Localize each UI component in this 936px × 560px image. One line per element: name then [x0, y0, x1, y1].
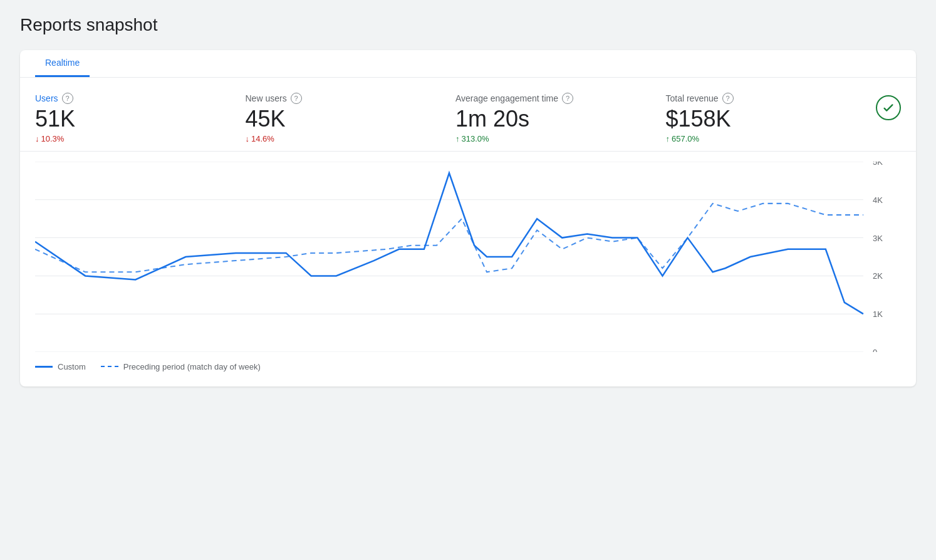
- legend-row: Custom Preceding period (match day of we…: [20, 352, 916, 371]
- metric-users-change: ↓ 10.3%: [35, 134, 226, 143]
- metric-avg-engagement: Average engagement time ? 1m 20s ↑ 313.0…: [455, 93, 666, 143]
- metric-avg-engagement-label: Average engagement time: [455, 93, 558, 103]
- legend-custom-label: Custom: [58, 362, 86, 371]
- chart-area: 5K 4K 3K 2K 1K 0 05 May 12 19 26: [20, 152, 916, 352]
- metric-new-users-info-icon[interactable]: ?: [291, 93, 302, 104]
- metric-total-revenue: Total revenue ? $158K ↑ 657.0%: [666, 93, 876, 143]
- down-arrow-icon: ↓: [35, 134, 39, 143]
- metric-new-users-change: ↓ 14.6%: [246, 134, 436, 143]
- check-icon[interactable]: [876, 95, 901, 120]
- metric-avg-engagement-change: ↑ 313.0%: [455, 134, 646, 143]
- solid-line: [35, 173, 863, 314]
- metric-new-users-value: 45K: [246, 106, 436, 132]
- metric-total-revenue-info-icon[interactable]: ?: [722, 93, 734, 104]
- metric-total-revenue-value: $158K: [666, 106, 856, 132]
- metric-avg-engagement-info-icon[interactable]: ?: [562, 93, 573, 104]
- svg-text:4K: 4K: [873, 195, 883, 204]
- page-title: Reports snapshot: [20, 15, 916, 35]
- legend-preceding-label: Preceding period (match day of week): [123, 362, 261, 371]
- metric-users-label: Users: [35, 93, 58, 103]
- tab-realtime[interactable]: Realtime: [35, 50, 90, 77]
- metric-total-revenue-label: Total revenue: [666, 93, 719, 103]
- legend-custom: Custom: [35, 362, 86, 371]
- svg-text:3K: 3K: [873, 233, 883, 242]
- metrics-row: Users ? 51K ↓ 10.3% New users ? 45K ↓ 14…: [20, 78, 916, 152]
- up-arrow-icon: ↑: [455, 134, 460, 143]
- svg-text:0: 0: [873, 348, 877, 352]
- svg-text:5K: 5K: [873, 162, 883, 167]
- metric-users: Users ? 51K ↓ 10.3%: [35, 93, 246, 143]
- metric-users-value: 51K: [35, 106, 226, 132]
- reports-card: Realtime Users ? 51K ↓ 10.3% New users ?…: [20, 50, 916, 386]
- down-arrow-icon: ↓: [246, 134, 250, 143]
- legend-preceding: Preceding period (match day of week): [101, 362, 261, 371]
- up-arrow-icon: ↑: [666, 134, 670, 143]
- metric-users-info-icon[interactable]: ?: [62, 93, 73, 104]
- legend-dashed-line: [101, 366, 118, 367]
- metric-new-users: New users ? 45K ↓ 14.6%: [246, 93, 456, 143]
- metric-new-users-label: New users: [246, 93, 287, 103]
- svg-text:2K: 2K: [873, 271, 883, 281]
- metric-avg-engagement-value: 1m 20s: [455, 106, 646, 132]
- tab-bar: Realtime: [20, 50, 916, 78]
- metric-total-revenue-change: ↑ 657.0%: [666, 134, 856, 143]
- legend-solid-line: [35, 366, 53, 368]
- chart-svg: 5K 4K 3K 2K 1K 0 05 May 12 19 26: [35, 162, 901, 352]
- svg-text:1K: 1K: [873, 309, 883, 319]
